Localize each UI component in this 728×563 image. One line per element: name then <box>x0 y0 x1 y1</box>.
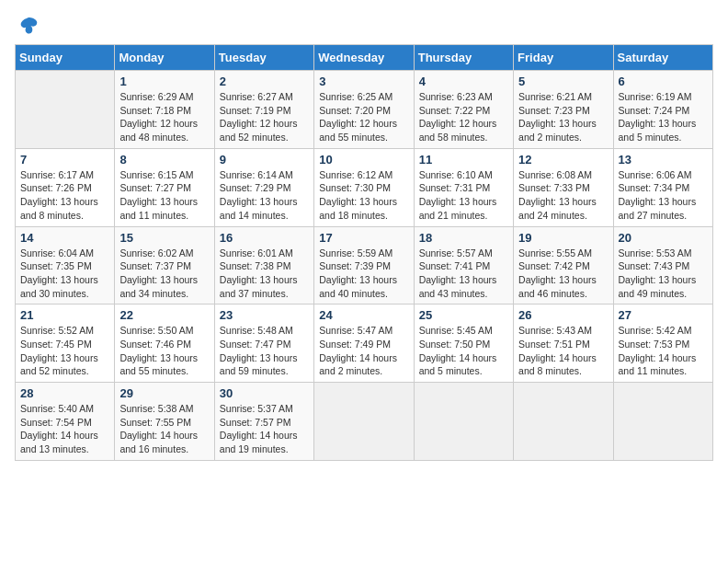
day-info: Sunrise: 5:50 AMSunset: 7:46 PMDaylight:… <box>119 324 209 378</box>
day-info: Sunrise: 5:48 AMSunset: 7:47 PMDaylight:… <box>220 324 309 378</box>
day-number: 10 <box>319 153 408 167</box>
day-number: 20 <box>619 231 708 245</box>
day-info: Sunrise: 5:53 AMSunset: 7:43 PMDaylight:… <box>619 247 708 301</box>
day-info: Sunrise: 5:43 AMSunset: 7:51 PMDaylight:… <box>518 324 608 378</box>
day-number: 12 <box>518 153 608 167</box>
calendar-cell <box>514 383 613 461</box>
day-info: Sunrise: 6:27 AMSunset: 7:19 PMDaylight:… <box>220 90 309 144</box>
day-info: Sunrise: 6:23 AMSunset: 7:22 PMDaylight:… <box>419 90 508 144</box>
day-info: Sunrise: 6:12 AMSunset: 7:30 PMDaylight:… <box>319 168 408 223</box>
calendar-cell: 14Sunrise: 6:04 AMSunset: 7:35 PMDayligh… <box>16 226 115 304</box>
day-number: 21 <box>20 308 109 322</box>
calendar-cell: 29Sunrise: 5:38 AMSunset: 7:55 PMDayligh… <box>115 383 214 461</box>
day-number: 26 <box>518 308 608 322</box>
calendar-cell: 16Sunrise: 6:01 AMSunset: 7:38 PMDayligh… <box>214 226 313 304</box>
calendar-cell: 21Sunrise: 5:52 AMSunset: 7:45 PMDayligh… <box>16 304 115 383</box>
calendar-table: SundayMondayTuesdayWednesdayThursdayFrid… <box>15 44 713 461</box>
calendar-cell <box>16 71 115 149</box>
day-info: Sunrise: 5:40 AMSunset: 7:54 PMDaylight:… <box>20 402 109 456</box>
day-info: Sunrise: 6:17 AMSunset: 7:26 PMDaylight:… <box>20 168 109 223</box>
day-info: Sunrise: 5:57 AMSunset: 7:41 PMDaylight:… <box>419 247 508 301</box>
calendar-cell: 12Sunrise: 6:08 AMSunset: 7:33 PMDayligh… <box>514 148 613 226</box>
day-info: Sunrise: 5:47 AMSunset: 7:49 PMDaylight:… <box>319 324 408 378</box>
calendar-cell: 5Sunrise: 6:21 AMSunset: 7:23 PMDaylight… <box>514 71 613 149</box>
calendar-cell: 6Sunrise: 6:19 AMSunset: 7:24 PMDaylight… <box>613 71 712 149</box>
day-info: Sunrise: 5:55 AMSunset: 7:42 PMDaylight:… <box>518 247 608 301</box>
day-number: 3 <box>319 75 408 88</box>
day-number: 24 <box>319 308 408 322</box>
calendar-cell: 10Sunrise: 6:12 AMSunset: 7:30 PMDayligh… <box>314 148 414 226</box>
calendar-cell: 1Sunrise: 6:29 AMSunset: 7:18 PMDaylight… <box>115 71 214 149</box>
calendar-week-row: 7Sunrise: 6:17 AMSunset: 7:26 PMDaylight… <box>16 148 713 226</box>
day-info: Sunrise: 5:37 AMSunset: 7:57 PMDaylight:… <box>220 402 309 456</box>
day-number: 4 <box>419 75 508 88</box>
day-number: 7 <box>20 153 109 167</box>
day-info: Sunrise: 6:10 AMSunset: 7:31 PMDaylight:… <box>419 168 508 223</box>
calendar-cell: 23Sunrise: 5:48 AMSunset: 7:47 PMDayligh… <box>214 304 313 383</box>
logo-bird-icon <box>17 15 39 37</box>
calendar-header-tuesday: Tuesday <box>214 45 313 71</box>
calendar-header-saturday: Saturday <box>613 45 712 71</box>
calendar-cell: 25Sunrise: 5:45 AMSunset: 7:50 PMDayligh… <box>414 304 513 383</box>
day-info: Sunrise: 5:38 AMSunset: 7:55 PMDaylight:… <box>119 402 209 456</box>
calendar-cell: 13Sunrise: 6:06 AMSunset: 7:34 PMDayligh… <box>613 148 712 226</box>
day-number: 8 <box>119 153 209 167</box>
page-header <box>15 15 713 37</box>
day-info: Sunrise: 6:06 AMSunset: 7:34 PMDaylight:… <box>619 168 708 223</box>
day-number: 13 <box>619 153 708 167</box>
day-info: Sunrise: 5:59 AMSunset: 7:39 PMDaylight:… <box>319 247 408 301</box>
calendar-header-sunday: Sunday <box>16 45 115 71</box>
day-number: 16 <box>220 231 309 245</box>
day-number: 14 <box>20 231 109 245</box>
day-number: 9 <box>220 153 309 167</box>
day-info: Sunrise: 6:14 AMSunset: 7:29 PMDaylight:… <box>220 168 309 223</box>
calendar-cell: 7Sunrise: 6:17 AMSunset: 7:26 PMDaylight… <box>16 148 115 226</box>
calendar-header-thursday: Thursday <box>414 45 513 71</box>
calendar-header-friday: Friday <box>514 45 613 71</box>
day-info: Sunrise: 6:29 AMSunset: 7:18 PMDaylight:… <box>119 90 209 144</box>
calendar-cell: 19Sunrise: 5:55 AMSunset: 7:42 PMDayligh… <box>514 226 613 304</box>
day-number: 23 <box>220 308 309 322</box>
calendar-cell <box>613 383 712 461</box>
day-info: Sunrise: 5:45 AMSunset: 7:50 PMDaylight:… <box>419 324 508 378</box>
day-number: 19 <box>518 231 608 245</box>
day-number: 28 <box>20 386 109 400</box>
day-number: 22 <box>119 308 209 322</box>
day-info: Sunrise: 5:52 AMSunset: 7:45 PMDaylight:… <box>20 324 109 378</box>
calendar-cell: 27Sunrise: 5:42 AMSunset: 7:53 PMDayligh… <box>613 304 712 383</box>
day-info: Sunrise: 6:21 AMSunset: 7:23 PMDaylight:… <box>518 90 608 144</box>
calendar-header-row: SundayMondayTuesdayWednesdayThursdayFrid… <box>16 45 713 71</box>
day-number: 1 <box>119 75 209 88</box>
day-info: Sunrise: 5:42 AMSunset: 7:53 PMDaylight:… <box>619 324 708 378</box>
calendar-week-row: 21Sunrise: 5:52 AMSunset: 7:45 PMDayligh… <box>16 304 713 383</box>
day-number: 29 <box>119 386 209 400</box>
day-info: Sunrise: 6:01 AMSunset: 7:38 PMDaylight:… <box>220 247 309 301</box>
day-number: 11 <box>419 153 508 167</box>
calendar-cell <box>414 383 513 461</box>
calendar-cell: 15Sunrise: 6:02 AMSunset: 7:37 PMDayligh… <box>115 226 214 304</box>
calendar-header-wednesday: Wednesday <box>314 45 414 71</box>
day-info: Sunrise: 6:25 AMSunset: 7:20 PMDaylight:… <box>319 90 408 144</box>
calendar-week-row: 28Sunrise: 5:40 AMSunset: 7:54 PMDayligh… <box>16 383 713 461</box>
day-number: 17 <box>319 231 408 245</box>
day-number: 18 <box>419 231 508 245</box>
calendar-cell: 11Sunrise: 6:10 AMSunset: 7:31 PMDayligh… <box>414 148 513 226</box>
calendar-header-monday: Monday <box>115 45 214 71</box>
calendar-cell: 8Sunrise: 6:15 AMSunset: 7:27 PMDaylight… <box>115 148 214 226</box>
calendar-cell: 3Sunrise: 6:25 AMSunset: 7:20 PMDaylight… <box>314 71 414 149</box>
day-info: Sunrise: 6:08 AMSunset: 7:33 PMDaylight:… <box>518 168 608 223</box>
day-number: 30 <box>220 386 309 400</box>
day-number: 2 <box>220 75 309 88</box>
calendar-cell: 2Sunrise: 6:27 AMSunset: 7:19 PMDaylight… <box>214 71 313 149</box>
calendar-cell: 17Sunrise: 5:59 AMSunset: 7:39 PMDayligh… <box>314 226 414 304</box>
day-number: 15 <box>119 231 209 245</box>
calendar-cell: 30Sunrise: 5:37 AMSunset: 7:57 PMDayligh… <box>214 383 313 461</box>
day-info: Sunrise: 6:04 AMSunset: 7:35 PMDaylight:… <box>20 247 109 301</box>
day-number: 5 <box>518 75 608 88</box>
calendar-cell: 18Sunrise: 5:57 AMSunset: 7:41 PMDayligh… <box>414 226 513 304</box>
day-info: Sunrise: 6:19 AMSunset: 7:24 PMDaylight:… <box>619 90 708 144</box>
calendar-cell: 9Sunrise: 6:14 AMSunset: 7:29 PMDaylight… <box>214 148 313 226</box>
calendar-cell: 24Sunrise: 5:47 AMSunset: 7:49 PMDayligh… <box>314 304 414 383</box>
calendar-week-row: 1Sunrise: 6:29 AMSunset: 7:18 PMDaylight… <box>16 71 713 149</box>
calendar-cell: 20Sunrise: 5:53 AMSunset: 7:43 PMDayligh… <box>613 226 712 304</box>
